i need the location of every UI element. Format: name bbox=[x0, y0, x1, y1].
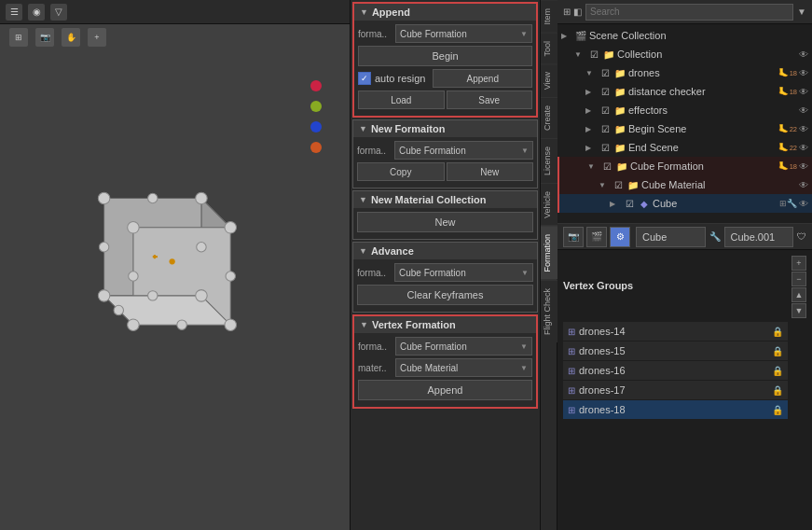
collection-eye[interactable]: 👁 bbox=[799, 49, 808, 60]
svg-point-16 bbox=[196, 242, 205, 251]
save-button[interactable]: Save bbox=[447, 91, 533, 109]
new-formation-body: forma.. Cube Formation ▼ Copy New bbox=[353, 137, 537, 188]
vg-drones16[interactable]: ⊞ drones-16 🔒 bbox=[563, 361, 788, 380]
begin-eye[interactable]: 👁 bbox=[799, 124, 808, 134]
new-formation-arrow: ▼ bbox=[359, 124, 367, 133]
viewport-mode-icon[interactable]: ◉ bbox=[28, 4, 45, 21]
tab-view[interactable]: View bbox=[541, 63, 557, 97]
load-save-row: Load Save bbox=[358, 91, 532, 109]
tab-create[interactable]: Create bbox=[541, 97, 557, 138]
tab-license[interactable]: License bbox=[541, 138, 557, 183]
prop-object-name[interactable]: Cube bbox=[636, 227, 706, 247]
drones-arrow[interactable]: ▼ bbox=[585, 69, 597, 77]
auto-resign-checkbox[interactable]: ✓ bbox=[358, 72, 371, 85]
drones-icon: ☑ bbox=[599, 68, 612, 78]
begin-badge: 🦶22 bbox=[778, 124, 797, 133]
filter-icon[interactable]: ▼ bbox=[797, 7, 806, 17]
vf-mater-dropdown[interactable]: Cube Material ▼ bbox=[395, 358, 532, 377]
end-arrow[interactable]: ▶ bbox=[585, 144, 597, 152]
begin-button[interactable]: Begin bbox=[358, 46, 532, 66]
collection-arrow[interactable]: ▼ bbox=[574, 50, 585, 59]
copy-button[interactable]: Copy bbox=[357, 162, 445, 181]
svg-point-21 bbox=[114, 305, 123, 314]
new-formation-button[interactable]: New bbox=[447, 162, 534, 181]
advance-header[interactable]: ▼ Advance bbox=[353, 243, 537, 259]
tab-vehicle[interactable]: Vehicle bbox=[541, 183, 557, 226]
collection-item[interactable]: ▼ ☑ 📁 Collection 👁 bbox=[557, 45, 812, 63]
vg-remove-button[interactable]: − bbox=[791, 272, 806, 286]
cube-eye[interactable]: 👁 bbox=[799, 199, 808, 209]
vg-down-button[interactable]: ▼ bbox=[791, 303, 806, 318]
append-forma-dropdown[interactable]: Cube Formation ▼ bbox=[395, 24, 532, 43]
begin-scene-item[interactable]: ▶ ☑ 📁 Begin Scene 🦶22 👁 bbox=[557, 119, 812, 138]
end-eye[interactable]: 👁 bbox=[799, 143, 808, 153]
vf-forma-dropdown[interactable]: Cube Formation ▼ bbox=[395, 337, 532, 356]
vg-drones14[interactable]: ⊞ drones-14 🔒 bbox=[563, 322, 788, 341]
effectors-item[interactable]: ▶ ☑ 📁 effectors 👁 bbox=[557, 101, 812, 119]
cm-eye[interactable]: 👁 bbox=[799, 180, 808, 190]
tab-item[interactable]: Item bbox=[541, 0, 557, 33]
viewport-toolbar: ⊞ 📷 ✋ + bbox=[9, 28, 106, 47]
end-icon: ☑ bbox=[599, 143, 612, 153]
z-axis-dot bbox=[310, 121, 322, 132]
append-button[interactable]: Append bbox=[433, 69, 532, 88]
new-material-header[interactable]: ▼ New Material Collection bbox=[353, 191, 537, 208]
scene-collection-item[interactable]: ▶ 🎬 Scene Collection bbox=[557, 26, 812, 45]
outliner-icon2[interactable]: ◧ bbox=[573, 7, 582, 17]
clear-keyframes-button[interactable]: Clear Keyframes bbox=[357, 285, 533, 305]
append-section-header[interactable]: ▼ Append bbox=[354, 4, 536, 21]
cube-formation-item[interactable]: ▼ ☑ 📁 Cube Formation 🦶18 👁 bbox=[557, 157, 812, 175]
vg18-icon: ⊞ bbox=[568, 405, 575, 415]
cube-item[interactable]: ▶ ☑ ◆ Cube ⊞🔧 👁 bbox=[557, 194, 812, 213]
vertex-groups-header-row: Vertex Groups + − ▲ ▼ bbox=[563, 256, 806, 318]
tab-tool[interactable]: Tool bbox=[541, 33, 557, 64]
hand-icon[interactable]: ✋ bbox=[62, 28, 80, 47]
prop-tab-scene[interactable]: 🎬 bbox=[586, 227, 607, 247]
vg-drones15[interactable]: ⊞ drones-15 🔒 bbox=[563, 342, 788, 360]
dist-eye[interactable]: 👁 bbox=[799, 87, 808, 97]
tab-flight-check[interactable]: Flight Check bbox=[541, 280, 557, 342]
cm-icon: ☑ bbox=[612, 180, 625, 190]
new-material-button[interactable]: New bbox=[357, 212, 533, 232]
new-formation-header[interactable]: ▼ New Formaiton bbox=[353, 120, 537, 137]
begin-icon: ☑ bbox=[599, 124, 612, 134]
cf-arrow[interactable]: ▼ bbox=[587, 162, 599, 171]
new-forma-dropdown[interactable]: Cube Formation ▼ bbox=[394, 141, 533, 160]
viewport-shading-icon[interactable]: ▽ bbox=[50, 4, 67, 21]
svg-point-14 bbox=[147, 193, 157, 202]
drones-item[interactable]: ▼ ☑ 📁 drones 🦶18 👁 bbox=[557, 63, 812, 82]
tab-formation[interactable]: Formation bbox=[541, 226, 557, 280]
append-forma-label: forma.. bbox=[358, 29, 393, 39]
advance-forma-dropdown[interactable]: Cube Formation ▼ bbox=[394, 263, 533, 282]
vg-drones18[interactable]: ⊞ drones-18 🔒 bbox=[563, 400, 788, 419]
viewport-menu-icon[interactable]: ☰ bbox=[6, 4, 22, 21]
cube-arrow[interactable]: ▶ bbox=[610, 200, 621, 208]
cf-eye[interactable]: 👁 bbox=[799, 161, 808, 172]
vg-drones17[interactable]: ⊞ drones-17 🔒 bbox=[563, 381, 788, 399]
eff-arrow[interactable]: ▶ bbox=[585, 106, 597, 115]
eff-eye[interactable]: 👁 bbox=[799, 105, 808, 116]
prop-modifier-name[interactable]: Cube.001 bbox=[724, 227, 794, 247]
prop-tab-render[interactable]: 📷 bbox=[563, 227, 584, 247]
vertex-formation-header[interactable]: ▼ Vertex Formation bbox=[354, 316, 536, 333]
outliner-icon1[interactable]: ⊞ bbox=[563, 7, 571, 17]
vg-add-button[interactable]: + bbox=[791, 256, 806, 271]
drones-eye[interactable]: 👁 bbox=[799, 68, 808, 78]
viewport-header: ☰ ◉ ▽ bbox=[0, 0, 350, 24]
add-icon[interactable]: + bbox=[88, 28, 106, 47]
end-scene-item[interactable]: ▶ ☑ 📁 End Scene 🦶22 👁 bbox=[557, 138, 812, 157]
dist-arrow[interactable]: ▶ bbox=[585, 88, 597, 96]
grid-icon[interactable]: ⊞ bbox=[9, 28, 28, 47]
load-button[interactable]: Load bbox=[358, 91, 445, 109]
distance-checker-item[interactable]: ▶ ☑ 📁 distance checker 🦶18 👁 bbox=[557, 82, 812, 101]
prop-tab-object[interactable]: ⚙ bbox=[610, 227, 630, 247]
scene-arrow[interactable]: ▶ bbox=[561, 32, 572, 40]
cm-arrow[interactable]: ▼ bbox=[599, 181, 610, 189]
cube-material-item[interactable]: ▼ ☑ 📁 Cube Material 👁 bbox=[557, 175, 812, 194]
search-input[interactable] bbox=[585, 4, 793, 21]
camera-icon[interactable]: 📷 bbox=[35, 28, 54, 47]
vertex-append-button[interactable]: Append bbox=[358, 380, 532, 400]
right-panel: ⊞ ◧ ▼ ▶ 🎬 Scene Collection ▼ ☑ 📁 Collect… bbox=[557, 0, 812, 530]
vg-up-button[interactable]: ▲ bbox=[791, 287, 806, 302]
begin-arrow[interactable]: ▶ bbox=[585, 125, 597, 133]
